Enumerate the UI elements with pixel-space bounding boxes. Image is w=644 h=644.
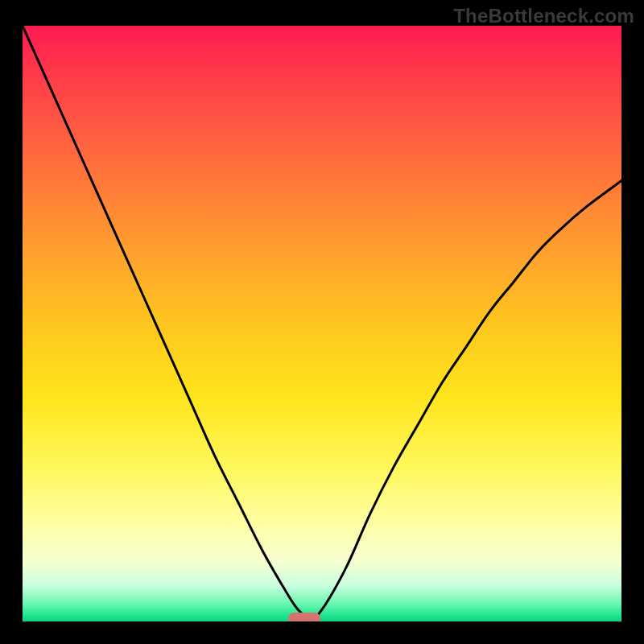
watermark-text: TheBottleneck.com — [453, 5, 634, 27]
chart-frame: TheBottleneck.com — [0, 0, 644, 644]
curve-path — [23, 26, 621, 618]
minimum-marker — [288, 613, 320, 621]
plot-area — [23, 26, 621, 621]
curve-layer — [23, 26, 621, 621]
